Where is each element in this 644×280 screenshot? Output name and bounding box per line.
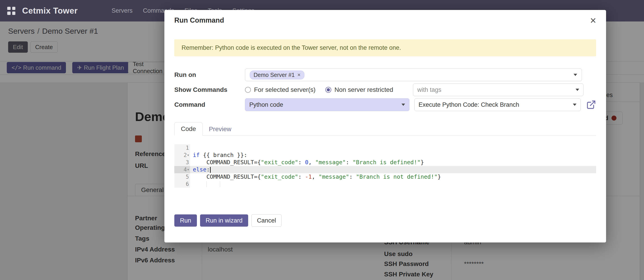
gutter-cell: 2▾ xyxy=(174,152,190,159)
fold-arrow-icon[interactable]: ▾ xyxy=(187,166,189,173)
code-line: 3 COMMAND_RESULT={"exit_code": 0, "messa… xyxy=(174,159,596,166)
fold-arrow-icon[interactable]: ▾ xyxy=(187,152,189,159)
code-line-content: COMMAND_RESULT={"exit_code": -1, "messag… xyxy=(190,173,441,181)
gutter-cell: 4▾ xyxy=(174,166,190,173)
code-line: 2▾if {{ branch }}: xyxy=(174,152,596,159)
run-on-label: Run on xyxy=(174,71,245,78)
apps-grid-icon[interactable] xyxy=(7,7,15,15)
text-cursor xyxy=(210,167,211,173)
close-icon[interactable]: × xyxy=(590,16,596,25)
code-line-content xyxy=(190,144,193,152)
code-line-content xyxy=(190,181,193,188)
run-in-wizard-button[interactable]: Run in wizard xyxy=(200,214,248,227)
gutter-cell: 1 xyxy=(174,144,190,152)
radio-label-for-selected[interactable]: For selected server(s) xyxy=(254,86,316,93)
show-commands-label: Show Commands xyxy=(174,86,245,93)
cancel-button[interactable]: Cancel xyxy=(251,214,282,227)
command-select[interactable]: Execute Python Code: Check Branch xyxy=(414,98,581,111)
server-tag-chip[interactable]: Demo Server #1 × xyxy=(250,71,304,79)
command-label: Command xyxy=(174,101,245,108)
gutter-cell: 3 xyxy=(174,159,190,166)
code-line: 1 xyxy=(174,144,596,152)
brand-title: Cetmix Tower xyxy=(22,6,78,16)
command-type-select[interactable]: Python code xyxy=(245,98,410,111)
code-line-content: if {{ branch }}: xyxy=(190,152,247,159)
gutter-cell: 6 xyxy=(174,181,190,188)
with-tags-select[interactable]: with tags xyxy=(413,83,584,96)
tab-preview[interactable]: Preview xyxy=(202,123,238,135)
radio-label-non-restricted[interactable]: Non server restricted xyxy=(334,86,393,93)
remove-tag-icon[interactable]: × xyxy=(298,72,300,78)
radio-for-selected-servers[interactable] xyxy=(245,87,251,93)
run-button[interactable]: Run xyxy=(174,214,197,227)
code-line: 4▾else: xyxy=(174,166,596,173)
chevron-down-icon xyxy=(574,74,577,76)
radio-non-server-restricted[interactable] xyxy=(326,87,331,93)
code-line: 6 xyxy=(174,181,596,188)
chevron-down-icon xyxy=(402,104,405,106)
run-command-modal: Run Command × Remember: Python code is e… xyxy=(164,10,606,242)
modal-tabs: Code Preview xyxy=(174,122,596,136)
run-on-field[interactable]: Demo Server #1 × xyxy=(245,69,582,81)
menu-item-servers[interactable]: Servers xyxy=(112,7,132,14)
code-editor[interactable]: 12▾if {{ branch }}:3 COMMAND_RESULT={"ex… xyxy=(174,144,596,188)
code-line-content: else: xyxy=(190,166,211,173)
external-link-icon[interactable] xyxy=(586,100,596,110)
python-warning-alert: Remember: Python code is executed on the… xyxy=(174,39,596,56)
code-line-content: COMMAND_RESULT={"exit_code": 0, "message… xyxy=(190,159,424,166)
tab-code[interactable]: Code xyxy=(174,122,202,136)
chevron-down-icon xyxy=(576,89,579,91)
code-line: 5 COMMAND_RESULT={"exit_code": -1, "mess… xyxy=(174,173,596,181)
chevron-down-icon xyxy=(573,104,576,106)
gutter-cell: 5 xyxy=(174,173,190,181)
modal-title: Run Command xyxy=(174,16,224,25)
